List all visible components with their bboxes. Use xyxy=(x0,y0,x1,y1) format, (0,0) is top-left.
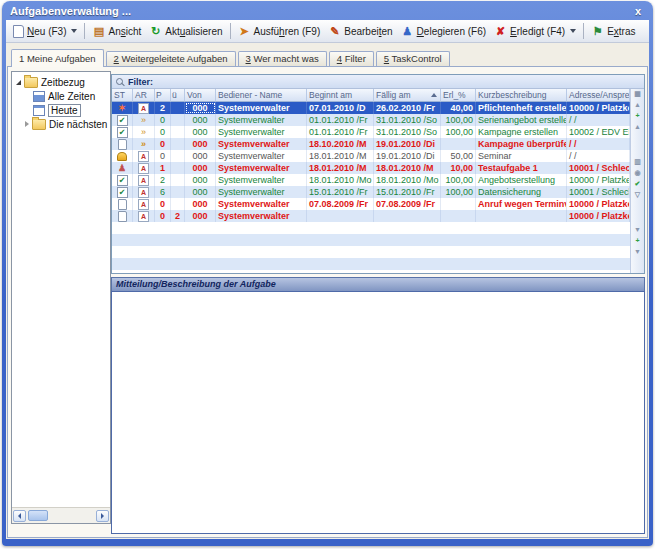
grid-nav-icon[interactable]: + xyxy=(635,112,639,120)
cell-adresse: 10000 / Platzke IT-Technik / Maier Torst xyxy=(567,102,630,114)
cell-priority: 0 xyxy=(155,114,171,126)
toolbar-button[interactable]: ⚑ Extras xyxy=(587,24,639,39)
window-title: Aufgabenverwaltung ... xyxy=(10,5,632,17)
toolbar-button[interactable] xyxy=(84,23,85,39)
table-row[interactable]: ♟ A 1 000 Systemverwalter 18.01.2010 /M … xyxy=(112,162,630,174)
grid-nav-icon[interactable]: ▽ xyxy=(635,191,640,199)
tree-label[interactable]: Die nächsten xyxy=(49,119,107,130)
expander-open-icon[interactable] xyxy=(16,80,21,85)
toolbar-button[interactable] xyxy=(230,23,231,39)
tree-label[interactable]: Alle Zeiten xyxy=(48,91,95,102)
message-body[interactable] xyxy=(111,291,645,534)
tab[interactable]: 2 Weitergeleitete Aufgaben xyxy=(106,51,236,66)
toolbar-icon: ✎ xyxy=(328,25,341,38)
cell-adresse: 10000 / Platzke IT-Technik / Maier Torst xyxy=(567,198,630,210)
table-row[interactable]: » 0 000 Systemverwalter 18.10.2010 /M 19… xyxy=(112,138,630,150)
cell-ue xyxy=(171,138,185,150)
column-header-beginnt[interactable]: Beginnt am xyxy=(307,89,374,102)
table-row[interactable]: A 0 000 Systemverwalter 07.08.2009 /Fr 0… xyxy=(112,198,630,210)
grid-nav-icon[interactable]: ▲ xyxy=(634,123,641,131)
cell-priority: 2 xyxy=(155,174,171,186)
scroll-right-button[interactable] xyxy=(96,510,109,522)
grid-nav-icon[interactable]: ▥ xyxy=(634,158,641,166)
toolbar-button[interactable] xyxy=(583,23,584,39)
grid-nav-icon[interactable]: ▲ xyxy=(634,101,641,109)
cell-erledigt-prozent: 40,00 xyxy=(441,102,476,114)
cell-bediener: Systemverwalter xyxy=(216,126,307,138)
cell-ue xyxy=(171,126,185,138)
folder-icon xyxy=(32,119,46,130)
time-tree: Zeitbezug Alle Zeiten Heute Die nächsten xyxy=(12,72,110,507)
toolbar-button[interactable]: Neu (F3) xyxy=(9,24,81,39)
tree-item-heute[interactable]: Heute xyxy=(12,103,110,117)
toolbar-button[interactable]: ➤ Ausführen (F9) xyxy=(234,24,325,39)
table-row[interactable]: ✔ A 2 000 Systemverwalter 18.01.2010 /Mo… xyxy=(112,174,630,186)
toolbar-button[interactable]: ↻ Aktualisieren xyxy=(145,24,226,39)
cell-faellig-am: 07.08.2009 /Fr xyxy=(374,198,441,210)
column-header-faellig[interactable]: Fällig am xyxy=(374,89,441,102)
grid-main: ST AR P ü Von Bediener - Name Beginnt am… xyxy=(112,89,644,273)
tree-label[interactable]: Zeitbezug xyxy=(41,77,85,88)
close-button[interactable]: x xyxy=(632,5,644,17)
tree-item-alle-zeiten[interactable]: Alle Zeiten xyxy=(12,89,110,103)
cell-bediener: Systemverwalter xyxy=(216,114,307,126)
cell-erledigt-prozent: 50,00 xyxy=(441,150,476,162)
grid-nav-icon[interactable]: + xyxy=(635,237,639,245)
toolbar-button[interactable]: ✘ Erledigt (F4) xyxy=(490,24,580,39)
tab[interactable]: 4 Filter xyxy=(329,51,374,66)
cell-adresse: 10001 / Schlecker Franz / Schlecker Fran xyxy=(567,162,630,174)
table-row[interactable]: A 0 000 Systemverwalter 18.01.2010 /M 19… xyxy=(112,150,630,162)
cell-von: 000 xyxy=(185,102,216,114)
arrow-right-icon xyxy=(101,513,104,519)
tree-horizontal-scrollbar[interactable] xyxy=(12,507,110,523)
task-type-icon: » xyxy=(133,138,155,150)
grid-nav-icon[interactable]: ▼ xyxy=(634,248,641,256)
column-header-adresse[interactable]: Adresse/Ansprechpartner xyxy=(567,89,630,102)
column-header-st[interactable]: ST xyxy=(112,89,133,102)
tree-item-zeitbezug[interactable]: Zeitbezug xyxy=(12,75,110,89)
grid-nav-icon[interactable]: ◉ xyxy=(634,169,640,177)
cell-erledigt-prozent xyxy=(441,210,476,222)
expander-closed-icon[interactable] xyxy=(25,121,29,127)
grid-nav-icon[interactable]: ✔ xyxy=(635,180,641,188)
table-row[interactable]: A 0 2 000 Systemverwalter 10000 / xyxy=(112,210,630,222)
table-row[interactable]: ✔ A 6 000 Systemverwalter 15.01.2010 /Fr… xyxy=(112,186,630,198)
column-header-von[interactable]: Von xyxy=(185,89,216,102)
tree-item-die-naechsten[interactable]: Die nächsten xyxy=(12,117,110,131)
column-header-bediener[interactable]: Bediener - Name xyxy=(216,89,307,102)
cell-kurzbeschreibung: Angebotserstellung xyxy=(476,174,567,186)
status-icon: ✶ xyxy=(112,102,133,114)
task-grid-panel: Filter: ST AR P ü Von Bediener - Name Be… xyxy=(111,74,645,274)
table-row[interactable]: ✔ » 0 000 Systemverwalter 01.01.2010 /Fr… xyxy=(112,114,630,126)
table-row[interactable]: ✶ A 2 000 Systemverwalter 07.01.2010 /D … xyxy=(112,102,630,114)
grid-nav-icon[interactable]: ▼ xyxy=(634,226,641,234)
column-header-erl[interactable]: Erl_% xyxy=(441,89,476,102)
scroll-left-button[interactable] xyxy=(13,510,26,522)
table-row[interactable]: ✔ » 0 000 Systemverwalter 01.01.2010 /Fr… xyxy=(112,126,630,138)
filter-bar[interactable]: Filter: xyxy=(112,75,644,89)
grid-nav-icon[interactable]: ▦ xyxy=(634,90,641,98)
message-panel-header: Mitteilung/Beschreibung der Aufgabe xyxy=(111,277,645,291)
dropdown-arrow-icon[interactable] xyxy=(71,29,77,33)
task-type-icon: » xyxy=(133,126,155,138)
status-icon xyxy=(112,150,133,162)
cell-faellig-am: 31.01.2010 /So xyxy=(374,126,441,138)
cell-von: 000 xyxy=(185,210,216,222)
tab[interactable]: 3 Wer macht was xyxy=(238,51,327,66)
tab[interactable]: 1 Meine Aufgaben xyxy=(11,49,104,67)
tab[interactable]: 5 TaskControl xyxy=(376,51,450,66)
scrollbar-thumb[interactable] xyxy=(28,510,48,521)
cell-von: 000 xyxy=(185,126,216,138)
column-header-kurzbeschreibung[interactable]: Kurzbeschreibung xyxy=(476,89,567,102)
column-header-p[interactable]: P xyxy=(155,89,171,102)
toolbar-button[interactable]: ♟ Delegieren (F6) xyxy=(397,24,491,39)
cell-kurzbeschreibung: Pflichtenheft erstellen xyxy=(476,102,567,114)
grid-columns-area: ST AR P ü Von Bediener - Name Beginnt am… xyxy=(112,89,630,273)
cell-bediener: Systemverwalter xyxy=(216,186,307,198)
dropdown-arrow-icon[interactable] xyxy=(570,29,576,33)
column-header-ue[interactable]: ü xyxy=(171,89,185,102)
toolbar-button[interactable]: ▤ Ansicht xyxy=(88,24,145,39)
column-header-ar[interactable]: AR xyxy=(133,89,155,102)
tree-label-selected[interactable]: Heute xyxy=(48,104,81,117)
toolbar-button[interactable]: ✎ Bearbeiten xyxy=(324,24,396,39)
